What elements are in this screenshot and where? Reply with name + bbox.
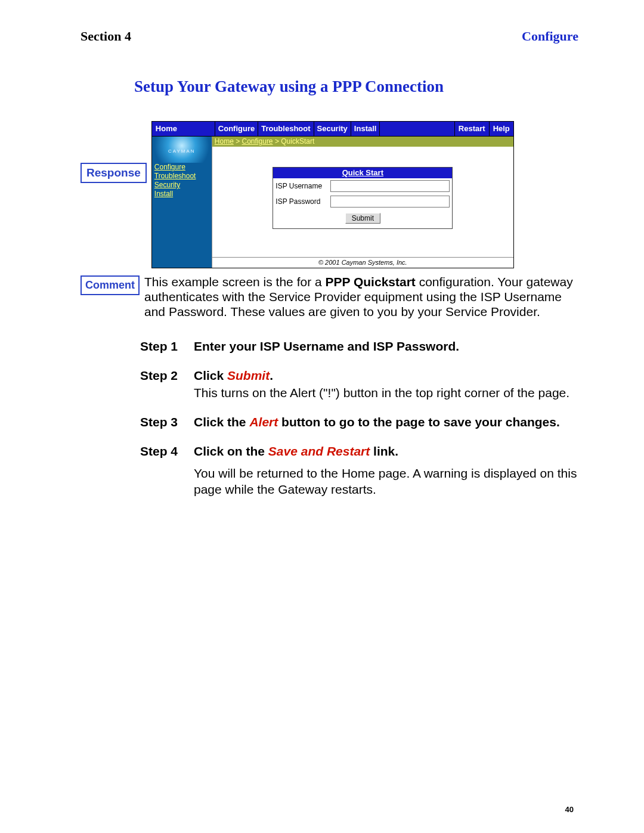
section-header-right: Configure <box>522 29 578 44</box>
page-number: 40 <box>565 805 574 814</box>
submit-button[interactable]: Submit <box>345 213 380 224</box>
nav-security[interactable]: Security <box>314 122 351 136</box>
comment-text: This example screen is the for a PPP Qui… <box>144 274 578 319</box>
sidebar-link-troubleshoot[interactable]: Troubleshoot <box>152 172 212 181</box>
nav-configure[interactable]: Configure <box>215 122 258 136</box>
crumb-home[interactable]: Home <box>215 137 234 145</box>
step-1-text: Enter your ISP Username and ISP Password… <box>194 339 459 353</box>
response-label: Response <box>80 163 147 183</box>
brand-logo: CAYMAN <box>152 137 212 163</box>
section-header-left: Section 4 <box>80 29 131 44</box>
step-2-text: Click Submit. This turns on the Alert ("… <box>194 367 578 401</box>
sidebar-link-security[interactable]: Security <box>152 181 212 190</box>
quick-start-panel: Quick Start ISP Username ISP Password Su… <box>273 167 453 229</box>
step-2-label: Step 2 <box>140 367 194 401</box>
step-4-text: Click on the Save and Restart link. <box>194 443 578 459</box>
topnav: Home Configure Troubleshoot Security Ins… <box>152 122 513 137</box>
breadcrumb: Home > Configure > QuickStart <box>212 137 513 147</box>
isp-username-label: ISP Username <box>275 182 330 190</box>
nav-help[interactable]: Help <box>490 122 513 136</box>
gateway-screenshot: Home Configure Troubleshoot Security Ins… <box>151 121 514 268</box>
screenshot-footer: © 2001 Cayman Systems, Inc. <box>212 257 513 268</box>
nav-troubleshoot[interactable]: Troubleshoot <box>258 122 314 136</box>
crumb-configure[interactable]: Configure <box>242 137 273 145</box>
isp-password-label: ISP Password <box>275 197 330 206</box>
after-steps-text: You will be returned to the Home page. A… <box>194 465 578 497</box>
nav-home[interactable]: Home <box>152 122 215 136</box>
steps: Step 1 Enter your ISP Username and ISP P… <box>140 338 578 459</box>
step-1-label: Step 1 <box>140 338 194 354</box>
sidebar-link-install[interactable]: Install <box>152 190 212 199</box>
step-4-label: Step 4 <box>140 443 194 459</box>
crumb-quickstart: QuickStart <box>281 137 314 145</box>
nav-restart[interactable]: Restart <box>454 122 490 136</box>
page-title: Setup Your Gateway using a PPP Connectio… <box>134 78 578 96</box>
comment-label: Comment <box>80 275 140 295</box>
sidebar: CAYMAN Configure Troubleshoot Security I… <box>152 137 212 268</box>
isp-username-input[interactable] <box>330 180 450 192</box>
nav-install[interactable]: Install <box>351 122 380 136</box>
quick-start-heading: Quick Start <box>273 168 452 178</box>
step-3-label: Step 3 <box>140 414 194 430</box>
isp-password-input[interactable] <box>330 196 450 208</box>
step-3-text: Click the Alert button to go to the page… <box>194 414 578 430</box>
sidebar-link-configure[interactable]: Configure <box>152 163 212 172</box>
